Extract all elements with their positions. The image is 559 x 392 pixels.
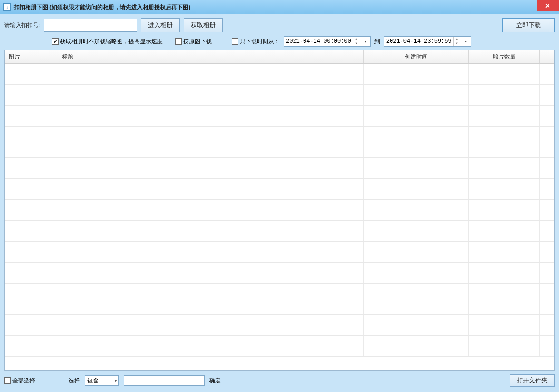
time-to-label: 到 — [374, 38, 380, 46]
table-row[interactable] — [5, 346, 554, 357]
get-album-button[interactable]: 获取相册 — [184, 18, 223, 32]
time-from-value: 2021-04-14 00:00:00 — [286, 38, 351, 45]
chevron-down-icon[interactable]: ▾ — [362, 37, 369, 46]
app-icon: ↓ — [3, 3, 11, 11]
table-row[interactable] — [5, 74, 554, 85]
table-row[interactable] — [5, 179, 554, 189]
no-thumb-checkbox[interactable]: 获取相册时不加载缩略图，提高显示速度 — [52, 38, 163, 46]
filter-label: 选择 — [69, 377, 80, 385]
input-row: 请输入扣扣号: 进入相册 获取相册 立即下载 — [4, 18, 555, 33]
col-count[interactable]: 照片数量 — [469, 50, 540, 63]
select-all-checkbox[interactable]: 全部选择 — [4, 377, 35, 385]
col-title[interactable]: 标题 — [58, 50, 364, 63]
download-now-button[interactable]: 立即下载 — [502, 18, 555, 32]
open-folder-button[interactable]: 打开文件夹 — [510, 374, 555, 387]
table-row[interactable] — [5, 273, 554, 284]
original-label: 按原图下载 — [183, 38, 212, 46]
table-row[interactable] — [5, 284, 554, 294]
options-row: 获取相册时不加载缩略图，提高显示速度 按原图下载 只下载时间从： 2021-04… — [4, 36, 555, 47]
table-row[interactable] — [5, 231, 554, 242]
table-row[interactable] — [5, 263, 554, 273]
window-title: 扣扣相册下图 (如须权限才能访问的相册，请先进入相册授权后再下图) — [14, 3, 190, 11]
table-row[interactable] — [5, 210, 554, 221]
chevron-down-icon: ▾ — [115, 379, 117, 383]
table-row[interactable] — [5, 242, 554, 252]
app-window: ↓ 扣扣相册下图 (如须权限才能访问的相册，请先进入相册授权后再下图) ✕ 请输… — [0, 0, 559, 392]
table-row[interactable] — [5, 315, 554, 325]
filter-mode-select[interactable]: 包含 ▾ — [85, 375, 119, 386]
filter-mode-value: 包含 — [87, 377, 98, 385]
no-thumb-label: 获取相册时不加载缩略图，提高显示速度 — [60, 38, 163, 46]
table-row[interactable] — [5, 158, 554, 168]
qq-input[interactable] — [44, 19, 137, 32]
titlebar: ↓ 扣扣相册下图 (如须权限才能访问的相册，请先进入相册授权后再下图) ✕ — [0, 0, 559, 14]
table-row[interactable] — [5, 252, 554, 263]
table-row[interactable] — [5, 304, 554, 315]
table-row[interactable] — [5, 336, 554, 346]
spinner-icon[interactable]: ▲▼ — [453, 37, 460, 46]
table-row[interactable] — [5, 221, 554, 231]
qq-label: 请输入扣扣号: — [4, 21, 40, 29]
confirm-button[interactable]: 确定 — [209, 377, 221, 385]
client-area: 请输入扣扣号: 进入相册 获取相册 立即下载 获取相册时不加载缩略图，提高显示速… — [0, 14, 559, 392]
close-button[interactable]: ✕ — [537, 0, 559, 11]
col-created[interactable]: 创建时间 — [364, 50, 469, 63]
table-header: 图片 标题 创建时间 照片数量 — [5, 50, 554, 64]
close-icon: ✕ — [545, 2, 550, 10]
filter-input[interactable] — [124, 375, 205, 386]
table-row[interactable] — [5, 200, 554, 210]
checkbox-icon — [4, 377, 11, 384]
table-row[interactable] — [5, 325, 554, 336]
checkbox-icon — [52, 38, 59, 45]
time-filter-checkbox[interactable]: 只下载时间从： — [232, 38, 280, 46]
enter-album-button[interactable]: 进入相册 — [141, 18, 180, 32]
table-row[interactable] — [5, 189, 554, 200]
table-row[interactable] — [5, 64, 554, 74]
table-body — [5, 64, 554, 370]
table-row[interactable] — [5, 294, 554, 304]
time-to-picker[interactable]: 2021-04-14 23:59:59 ▲▼ ▾ — [384, 36, 471, 47]
table-row[interactable] — [5, 95, 554, 106]
table-row[interactable] — [5, 127, 554, 137]
table-row[interactable] — [5, 147, 554, 158]
table-row[interactable] — [5, 116, 554, 127]
col-image[interactable]: 图片 — [5, 50, 58, 63]
table-row[interactable] — [5, 85, 554, 95]
time-to-value: 2021-04-14 23:59:59 — [386, 38, 451, 45]
table-row[interactable] — [5, 137, 554, 147]
time-from-picker[interactable]: 2021-04-14 00:00:00 ▲▼ ▾ — [284, 36, 371, 47]
bottom-row: 全部选择 选择 包含 ▾ 确定 打开文件夹 — [4, 373, 555, 388]
album-table: 图片 标题 创建时间 照片数量 — [4, 50, 555, 371]
table-row[interactable] — [5, 168, 554, 179]
checkbox-icon — [175, 38, 182, 45]
col-end — [540, 50, 554, 63]
checkbox-icon — [232, 38, 238, 45]
spinner-icon[interactable]: ▲▼ — [353, 37, 360, 46]
chevron-down-icon[interactable]: ▾ — [462, 37, 470, 46]
table-row[interactable] — [5, 106, 554, 116]
select-all-label: 全部选择 — [12, 377, 35, 385]
original-checkbox[interactable]: 按原图下载 — [175, 38, 212, 46]
time-filter-label: 只下载时间从： — [240, 38, 280, 46]
